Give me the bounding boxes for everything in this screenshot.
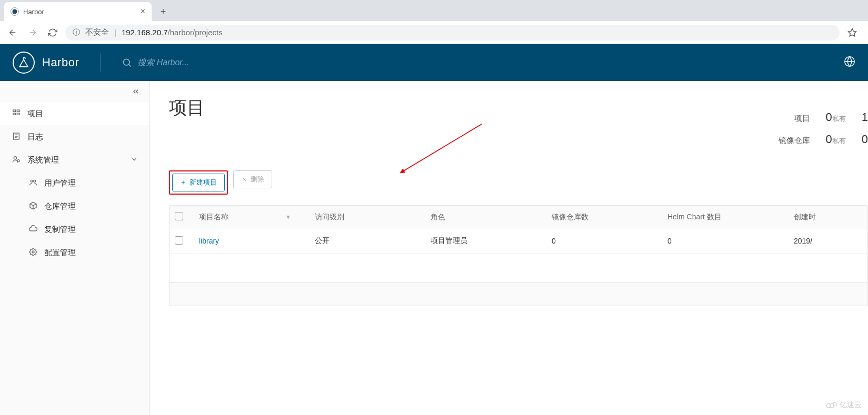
app-header: Harbor: [0, 44, 868, 81]
col-helm-count[interactable]: Helm Chart 数目: [662, 206, 789, 229]
sidebar-item-users[interactable]: 用户管理: [0, 171, 149, 195]
svg-rect-5: [17, 110, 19, 112]
svg-point-9: [14, 156, 16, 159]
svg-rect-4: [13, 110, 16, 112]
url-separator: |: [114, 28, 116, 37]
col-repo-count[interactable]: 镜像仓库数: [546, 206, 662, 229]
delete-label: 删除: [251, 175, 264, 184]
svg-point-12: [34, 180, 36, 182]
sidebar-item-repos[interactable]: 仓库管理: [0, 195, 149, 218]
row-checkbox[interactable]: [175, 236, 183, 245]
cell-helm-count: 0: [662, 229, 789, 253]
sidebar-item-label: 仓库管理: [44, 201, 76, 211]
summary-panel: 项目 0私有 1 镜像仓库 0私有 0: [779, 110, 869, 146]
page-title: 项目: [169, 96, 868, 120]
cell-created: 2019/: [789, 229, 867, 253]
repo-icon: [28, 201, 38, 211]
product-name: Harbor: [42, 56, 79, 69]
collapse-icon: [132, 87, 140, 96]
action-row: 新建项目 删除: [169, 170, 868, 195]
col-role[interactable]: 角色: [425, 206, 546, 229]
svg-point-10: [17, 159, 19, 161]
col-name[interactable]: 项目名称: [199, 212, 228, 221]
projects-table: 项目名称▾ 访问级别 角色 镜像仓库数 Helm Chart 数目 创建时 li…: [169, 205, 868, 306]
back-button[interactable]: [5, 25, 20, 40]
watermark-text: 亿速云: [840, 400, 862, 410]
tab-title: Harbor: [23, 8, 136, 16]
table-row[interactable]: library 公开 项目管理员 0 0 2019/: [169, 229, 867, 253]
insecure-label: 不安全: [85, 27, 109, 37]
favicon: [11, 7, 19, 16]
summary-repos-private-count: 0: [826, 133, 832, 146]
sidebar-collapse-button[interactable]: [0, 81, 149, 102]
sidebar-item-admin[interactable]: 系统管理: [0, 148, 149, 171]
close-icon: [241, 176, 247, 183]
filter-icon[interactable]: ▾: [286, 212, 290, 221]
reload-button[interactable]: [45, 25, 60, 40]
header-divider: [100, 54, 101, 72]
sidebar-item-label: 配置管理: [44, 248, 76, 258]
new-project-button[interactable]: 新建项目: [172, 174, 225, 191]
harbor-logo-icon: [13, 52, 35, 74]
sidebar: 项目 日志 系统管理 用户管理 仓库管理 复制管理 配置管理: [0, 81, 150, 415]
select-all-checkbox[interactable]: [175, 212, 183, 220]
summary-projects-label: 项目: [794, 114, 810, 124]
config-icon: [28, 248, 38, 258]
globe-icon[interactable]: [844, 56, 855, 70]
delete-button[interactable]: 删除: [233, 170, 272, 188]
search-input[interactable]: [137, 58, 295, 67]
svg-marker-1: [849, 28, 856, 36]
table-header-row: 项目名称▾ 访问级别 角色 镜像仓库数 Helm Chart 数目 创建时: [169, 206, 867, 229]
svg-rect-6: [13, 113, 16, 115]
browser-chrome: Harbor × + ⓘ 不安全 | 192.168.20.7/harbor/p…: [0, 0, 868, 44]
sidebar-item-projects[interactable]: 项目: [0, 102, 149, 125]
info-icon: ⓘ: [73, 28, 80, 37]
app-body: 项目 日志 系统管理 用户管理 仓库管理 复制管理 配置管理 项目: [0, 81, 868, 415]
sidebar-item-logs[interactable]: 日志: [0, 125, 149, 148]
new-tab-button[interactable]: +: [156, 4, 171, 19]
admin-icon: [12, 155, 21, 165]
sidebar-item-label: 项目: [27, 109, 43, 119]
forward-button[interactable]: [25, 25, 40, 40]
sidebar-item-replication[interactable]: 复制管理: [0, 218, 149, 241]
global-search[interactable]: [122, 57, 823, 68]
url-field[interactable]: ⓘ 不安全 | 192.168.20.7/harbor/projects: [65, 25, 840, 41]
address-bar: ⓘ 不安全 | 192.168.20.7/harbor/projects: [0, 21, 868, 44]
sidebar-item-config[interactable]: 配置管理: [0, 241, 149, 264]
sidebar-item-label: 日志: [27, 132, 43, 142]
url-path: /harbor/projects: [168, 28, 223, 37]
svg-line-14: [403, 124, 482, 171]
svg-point-13: [32, 251, 34, 253]
table-footer: [169, 282, 867, 306]
svg-rect-7: [17, 113, 19, 115]
summary-repos: 镜像仓库 0私有 0: [779, 133, 869, 146]
sidebar-item-label: 复制管理: [44, 225, 76, 235]
browser-tab[interactable]: Harbor ×: [4, 2, 152, 21]
summary-projects-private-label: 私有: [832, 115, 846, 123]
new-project-label: 新建项目: [189, 178, 217, 187]
harbor-logo[interactable]: Harbor: [13, 52, 79, 74]
col-access[interactable]: 访问级别: [310, 206, 425, 229]
tab-strip: Harbor × +: [0, 0, 868, 21]
summary-projects: 项目 0私有 1: [794, 110, 869, 124]
cell-access: 公开: [310, 229, 425, 253]
annotation-highlight: 新建项目: [169, 170, 228, 195]
svg-point-11: [31, 180, 33, 182]
col-created[interactable]: 创建时: [789, 206, 867, 229]
users-icon: [28, 178, 38, 188]
cell-repo-count: 0: [546, 229, 662, 253]
watermark: 亿速云: [826, 400, 862, 410]
svg-point-0: [13, 9, 17, 14]
svg-point-2: [124, 59, 130, 65]
plus-icon: [180, 179, 186, 186]
project-name-link[interactable]: library: [199, 237, 219, 245]
close-icon[interactable]: ×: [141, 7, 145, 16]
projects-icon: [12, 109, 21, 119]
chevron-down-icon: [131, 156, 138, 165]
summary-projects-total: 1: [862, 110, 868, 124]
summary-repos-total: 0: [862, 133, 868, 146]
bookmark-star-icon[interactable]: [845, 25, 860, 40]
watermark-icon: [826, 401, 837, 409]
logs-icon: [12, 132, 21, 142]
summary-repos-label: 镜像仓库: [779, 136, 810, 146]
